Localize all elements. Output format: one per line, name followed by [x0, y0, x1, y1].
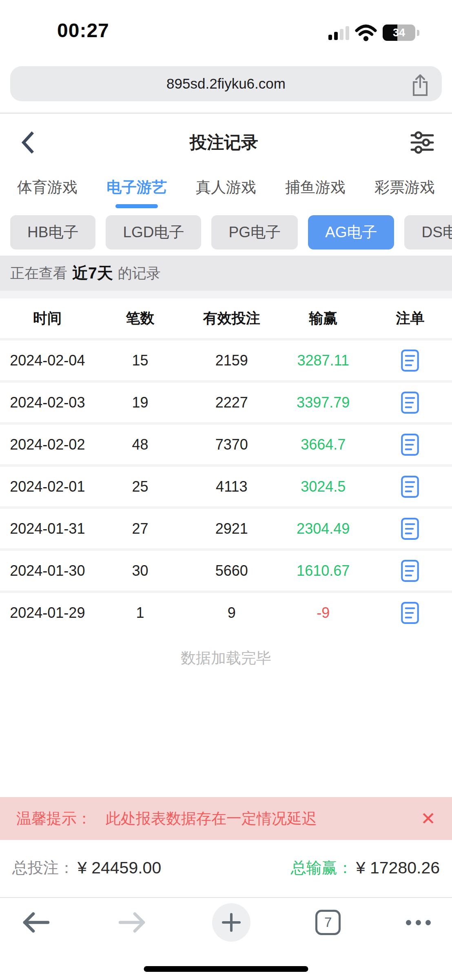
clock: 00:27 [57, 19, 109, 42]
battery-nub [417, 30, 419, 36]
row-winloss: 3664.7 [278, 436, 368, 453]
order-detail-icon[interactable] [400, 601, 420, 624]
row-winloss: 2304.49 [278, 520, 368, 537]
url-bar[interactable]: 895sd.2fiyku6.com [10, 66, 442, 101]
row-date: 2024-01-31 [0, 520, 95, 537]
row-count: 15 [95, 352, 186, 369]
order-detail-icon[interactable] [400, 517, 420, 540]
view-range-banner: 正在查看 近7天 的记录 [0, 256, 452, 291]
page-header: 投注记录 [0, 114, 452, 172]
category-tabs: 体育游戏 电子游艺 真人游戏 捕鱼游戏 彩票游戏 [0, 172, 452, 211]
browser-chrome: 895sd.2fiyku6.com [0, 45, 452, 114]
chip-ag[interactable]: AG电子 [308, 215, 394, 249]
col-header-valid-bet: 有效投注 [185, 309, 278, 328]
total-bet-value: ¥ 24459.00 [78, 858, 161, 878]
tab-sports[interactable]: 体育游戏 [17, 172, 78, 211]
row-valid-bet: 5660 [185, 562, 278, 579]
browser-bottom-nav: 7 [0, 897, 452, 980]
row-count: 19 [95, 394, 186, 411]
table-header-row: 时间 笔数 有效投注 输赢 注单 [0, 298, 452, 338]
view-range-prefix: 正在查看 [10, 264, 67, 283]
table-row: 2024-02-03 19 2227 3397.79 [0, 383, 452, 422]
row-date: 2024-02-02 [0, 436, 95, 453]
row-count: 1 [95, 604, 186, 621]
view-range-suffix: 的记录 [118, 264, 161, 283]
row-count: 27 [95, 520, 186, 537]
table-row: 2024-01-29 1 9 -9 [0, 593, 452, 633]
row-count: 25 [95, 478, 186, 495]
row-date: 2024-01-29 [0, 604, 95, 621]
row-valid-bet: 2159 [185, 352, 278, 369]
chip-hb[interactable]: HB电子 [10, 215, 95, 249]
order-detail-icon[interactable] [400, 391, 420, 414]
battery-percent: 34 [383, 24, 415, 41]
row-winloss: 1610.67 [278, 562, 368, 579]
total-winloss-value: ¥ 17280.26 [356, 858, 440, 878]
notice-title: 温馨提示： [16, 808, 92, 829]
share-icon[interactable] [410, 74, 430, 99]
total-bet-label: 总投注： [12, 858, 74, 878]
totals-bar: 总投注： ¥ 24459.00 总输赢： ¥ 17280.26 [0, 852, 452, 883]
row-valid-bet: 2921 [185, 520, 278, 537]
new-tab-plus-icon[interactable] [212, 903, 250, 942]
col-header-time: 时间 [0, 309, 95, 328]
browser-forward-icon[interactable] [117, 910, 147, 935]
chip-ds[interactable]: DS电子 [404, 215, 452, 249]
close-icon[interactable]: ✕ [421, 810, 436, 828]
order-detail-icon[interactable] [400, 349, 420, 372]
back-button[interactable] [17, 130, 38, 155]
status-bar: 00:27 34 [0, 0, 452, 45]
col-header-winloss: 输赢 [278, 309, 368, 328]
battery-icon: 34 [383, 24, 415, 41]
order-detail-icon[interactable] [400, 559, 420, 582]
home-indicator[interactable] [144, 966, 308, 972]
table-row: 2024-02-02 48 7370 3664.7 [0, 425, 452, 464]
tab-switcher-icon[interactable]: 7 [315, 910, 341, 935]
row-valid-bet: 2227 [185, 394, 278, 411]
row-winloss: 3024.5 [278, 478, 368, 495]
row-date: 2024-02-03 [0, 394, 95, 411]
cellular-signal-icon [328, 25, 349, 40]
load-complete-text: 数据加载完毕 [0, 648, 452, 668]
tab-live[interactable]: 真人游戏 [196, 172, 256, 211]
row-valid-bet: 7370 [185, 436, 278, 453]
filter-icon[interactable] [410, 130, 435, 155]
tab-count: 7 [315, 910, 341, 935]
tab-fishing[interactable]: 捕鱼游戏 [285, 172, 346, 211]
table-row: 2024-01-30 30 5660 1610.67 [0, 551, 452, 590]
row-count: 48 [95, 436, 186, 453]
chip-lgd[interactable]: LGD电子 [106, 215, 201, 249]
col-header-orders: 注单 [368, 309, 452, 328]
row-date: 2024-02-04 [0, 352, 95, 369]
col-header-count: 笔数 [95, 309, 186, 328]
tab-electronic[interactable]: 电子游艺 [106, 172, 167, 211]
view-range-value: 近7天 [72, 262, 113, 284]
row-winloss: -9 [278, 604, 368, 621]
row-count: 30 [95, 562, 186, 579]
wifi-icon [355, 24, 377, 42]
order-detail-icon[interactable] [400, 475, 420, 498]
row-date: 2024-02-01 [0, 478, 95, 495]
table-row: 2024-02-01 25 4113 3024.5 [0, 467, 452, 506]
records-table: 时间 笔数 有效投注 输赢 注单 2024-02-04 15 2159 3287… [0, 291, 452, 633]
status-icons: 34 [328, 24, 419, 42]
row-winloss: 3397.79 [278, 394, 368, 411]
row-valid-bet: 9 [185, 604, 278, 621]
notice-banner: 温馨提示： 此处报表数据存在一定情况延迟 ✕ [0, 797, 452, 840]
more-menu-icon[interactable] [406, 920, 431, 925]
total-winloss-label: 总输赢： [291, 858, 353, 878]
tab-lottery[interactable]: 彩票游戏 [374, 172, 435, 211]
row-date: 2024-01-30 [0, 562, 95, 579]
table-row: 2024-02-04 15 2159 3287.11 [0, 341, 452, 380]
url-text[interactable]: 895sd.2fiyku6.com [10, 76, 442, 92]
table-row: 2024-01-31 27 2921 2304.49 [0, 509, 452, 548]
browser-back-icon[interactable] [21, 910, 51, 935]
page-title: 投注记录 [190, 131, 258, 154]
row-winloss: 3287.11 [278, 352, 368, 369]
notice-body: 此处报表数据存在一定情况延迟 [106, 808, 317, 829]
order-detail-icon[interactable] [400, 433, 420, 456]
provider-chips: HB电子 LGD电子 PG电子 AG电子 DS电子 [0, 211, 452, 256]
chip-pg[interactable]: PG电子 [211, 215, 297, 249]
row-valid-bet: 4113 [185, 478, 278, 495]
